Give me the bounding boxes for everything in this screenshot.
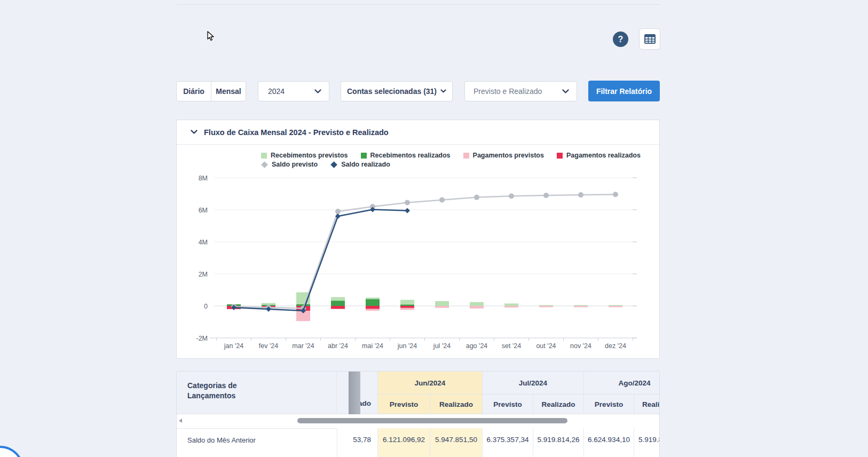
svg-text:abr '24: abr '24 bbox=[328, 342, 348, 350]
svg-text:set '24: set '24 bbox=[502, 342, 521, 350]
table-group-ago-2024: Ago/2024 bbox=[583, 372, 660, 395]
svg-text:nov '24: nov '24 bbox=[570, 342, 591, 350]
top-divider bbox=[176, 4, 660, 5]
filter-report-button[interactable]: Filtrar Relatório bbox=[588, 81, 660, 101]
subheader-ago-previsto: Previsto bbox=[583, 395, 634, 414]
mouse-cursor bbox=[207, 31, 215, 44]
floating-action-button-partial[interactable] bbox=[0, 446, 24, 457]
cash-flow-chart-card: Fluxo de Caixa Mensal 2024 - Previsto e … bbox=[176, 120, 660, 359]
svg-text:fev '24: fev '24 bbox=[259, 342, 278, 350]
collapse-chevron-icon[interactable] bbox=[191, 130, 198, 135]
year-select[interactable]: 2024 bbox=[258, 81, 329, 101]
cell-partial-value: 53,78 bbox=[337, 428, 377, 457]
svg-text:2M: 2M bbox=[199, 271, 208, 278]
chart-plot-area: 8M6M4M2M0-2Mjan '24fev '24mar '24abr '24… bbox=[177, 145, 659, 358]
svg-text:mar '24: mar '24 bbox=[292, 342, 314, 350]
cell-ago-previsto: 6.624.934,10 bbox=[583, 428, 634, 457]
frozen-column-shadow bbox=[349, 372, 360, 414]
svg-text:mai '24: mai '24 bbox=[362, 342, 383, 350]
table-group-jun-2024: Jun/2024 bbox=[377, 372, 482, 395]
svg-text:jan '24: jan '24 bbox=[224, 342, 243, 350]
subheader-jun-previsto: Previsto bbox=[377, 395, 430, 414]
horizontal-scrollbar-thumb[interactable] bbox=[297, 418, 567, 423]
svg-text:6M: 6M bbox=[199, 207, 208, 214]
accounts-select-value: Contas selecionadas (31) bbox=[347, 87, 437, 96]
report-mode-value: Previsto e Realizado bbox=[474, 87, 542, 96]
help-button[interactable]: ? bbox=[613, 31, 628, 47]
svg-text:ago '24: ago '24 bbox=[466, 342, 488, 350]
table-corner-header: Categorias de Lançamentos bbox=[177, 372, 337, 414]
subheader-ago-realizado: Realizado bbox=[634, 395, 660, 414]
subheader-jul-realizado: Realizado bbox=[533, 395, 583, 414]
cell-jun-realizado: 5.947.851,50 bbox=[430, 428, 482, 457]
svg-text:jul '24: jul '24 bbox=[433, 342, 451, 350]
svg-text:dez '24: dez '24 bbox=[605, 342, 626, 350]
svg-text:out '24: out '24 bbox=[536, 342, 556, 350]
subheader-jun-realizado: Realizado bbox=[430, 395, 482, 414]
cash-flow-chart: Recebimentos previstos Recebimentos real… bbox=[177, 145, 659, 358]
view-toggle-daily[interactable]: Diário bbox=[176, 81, 211, 101]
svg-text:0: 0 bbox=[204, 303, 208, 310]
svg-text:jun '24: jun '24 bbox=[397, 342, 417, 350]
view-toggle-monthly[interactable]: Mensal bbox=[211, 81, 246, 101]
table-row-label: Saldo do Mês Anterior bbox=[177, 428, 337, 457]
chevron-down-icon bbox=[562, 89, 569, 94]
table-view-button[interactable] bbox=[639, 28, 660, 50]
report-mode-select[interactable]: Previsto e Realizado bbox=[464, 81, 577, 101]
categories-table-card: Categorias de Lançamentos ado Jun/2024 J… bbox=[176, 371, 660, 457]
cell-jun-previsto: 6.121.096,92 bbox=[377, 428, 430, 457]
accounts-select[interactable]: Contas selecionadas (31) bbox=[341, 81, 453, 101]
svg-text:-2M: -2M bbox=[196, 335, 208, 342]
scroll-left-arrow-icon[interactable] bbox=[179, 419, 182, 423]
table-grid-icon bbox=[644, 34, 656, 44]
year-select-value: 2024 bbox=[268, 87, 285, 96]
svg-text:4M: 4M bbox=[199, 239, 208, 246]
chevron-down-icon bbox=[440, 89, 446, 93]
chevron-down-icon bbox=[314, 89, 321, 94]
chart-title: Fluxo de Caixa Mensal 2024 - Previsto e … bbox=[204, 128, 389, 137]
chart-card-header: Fluxo de Caixa Mensal 2024 - Previsto e … bbox=[177, 120, 659, 145]
cell-jul-realizado: 5.919.814,26 bbox=[533, 428, 583, 457]
cell-jul-previsto: 6.375.357,34 bbox=[482, 428, 533, 457]
svg-text:8M: 8M bbox=[199, 175, 208, 182]
table-group-jul-2024: Jul/2024 bbox=[482, 372, 583, 395]
cell-ago-realizado: 5.919.814 bbox=[634, 428, 660, 457]
subheader-jul-previsto: Previsto bbox=[482, 395, 533, 414]
